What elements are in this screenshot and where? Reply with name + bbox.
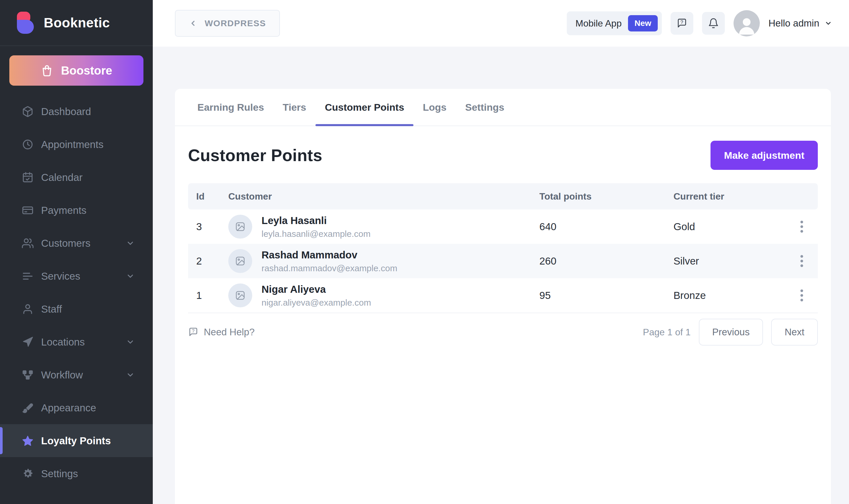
wordpress-back-button[interactable]: WORDPRESS bbox=[175, 10, 280, 37]
customer-avatar bbox=[228, 249, 252, 273]
table-row: 2 Rashad Mammadov rashad.mammadov@exampl… bbox=[188, 244, 818, 278]
row-total-points: 640 bbox=[539, 221, 674, 233]
new-badge: New bbox=[628, 15, 658, 32]
customer-email: leyla.hasanli@example.com bbox=[261, 229, 370, 239]
sidebar-item-label: Services bbox=[41, 270, 80, 282]
boostore-button[interactable]: Boostore bbox=[9, 55, 143, 86]
boostore-label: Boostore bbox=[61, 64, 112, 77]
content-card: Earning Rules Tiers Customer Points Logs… bbox=[175, 89, 831, 504]
sidebar-nav: Dashboard Appointments Calendar bbox=[0, 95, 153, 490]
bell-icon bbox=[708, 18, 719, 29]
sidebar-item-label: Staff bbox=[41, 303, 62, 315]
box-icon bbox=[22, 106, 34, 118]
customer-name: Rashad Mammadov bbox=[261, 249, 397, 261]
image-placeholder-icon bbox=[235, 256, 245, 266]
row-current-tier: Silver bbox=[674, 255, 792, 267]
sidebar-item-label: Calendar bbox=[41, 172, 83, 183]
customer-email: nigar.aliyeva@example.com bbox=[261, 298, 371, 308]
row-actions-kebab-icon[interactable] bbox=[792, 251, 812, 271]
notifications-button[interactable] bbox=[702, 12, 725, 35]
tab-earning-rules[interactable]: Earning Rules bbox=[188, 89, 274, 126]
tab-settings[interactable]: Settings bbox=[456, 89, 514, 126]
col-current-tier: Current tier bbox=[674, 191, 792, 202]
list-icon bbox=[22, 270, 34, 282]
topbar-actions: Mobile App New ? Hello admin bbox=[567, 10, 832, 36]
col-customer: Customer bbox=[228, 191, 539, 202]
tabs-bar: Earning Rules Tiers Customer Points Logs… bbox=[175, 89, 831, 126]
row-id: 3 bbox=[196, 221, 228, 233]
card-icon bbox=[22, 204, 34, 216]
topbar: WORDPRESS Mobile App New ? Hello adm bbox=[153, 0, 849, 47]
user-avatar[interactable] bbox=[733, 10, 760, 36]
brand-logo[interactable]: Booknetic bbox=[0, 0, 153, 46]
customer-email: rashad.mammadov@example.com bbox=[261, 263, 397, 273]
sidebar-item-staff[interactable]: Staff bbox=[0, 292, 153, 325]
next-page-button[interactable]: Next bbox=[771, 319, 818, 345]
row-actions-kebab-icon[interactable] bbox=[792, 285, 812, 306]
need-help-link[interactable]: ? Need Help? bbox=[188, 327, 255, 338]
help-bubble-icon: ? bbox=[188, 327, 198, 337]
customer-avatar bbox=[228, 284, 252, 307]
tab-customer-points[interactable]: Customer Points bbox=[315, 89, 413, 126]
sidebar-item-dashboard[interactable]: Dashboard bbox=[0, 95, 153, 128]
row-actions-kebab-icon[interactable] bbox=[792, 216, 812, 237]
customer-name: Leyla Hasanli bbox=[261, 215, 370, 227]
sidebar-item-label: Appointments bbox=[41, 139, 104, 150]
clock-icon bbox=[22, 139, 34, 150]
row-customer-cell: Rashad Mammadov rashad.mammadov@example.… bbox=[228, 249, 539, 273]
sidebar: Booknetic Boostore Dashboard Appo bbox=[0, 0, 153, 504]
workflow-icon bbox=[22, 369, 34, 381]
row-total-points: 260 bbox=[539, 255, 674, 267]
sidebar-item-label: Dashboard bbox=[41, 106, 91, 118]
chevron-left-icon bbox=[189, 19, 197, 28]
sidebar-item-customers[interactable]: Customers bbox=[0, 227, 153, 259]
col-id: Id bbox=[196, 191, 228, 202]
sidebar-item-payments[interactable]: Payments bbox=[0, 194, 153, 227]
navigation-icon bbox=[22, 336, 34, 348]
sidebar-item-workflow[interactable]: Workflow bbox=[0, 358, 153, 391]
sidebar-item-label: Appearance bbox=[41, 402, 96, 414]
table-header: Id Customer Total points Current tier bbox=[188, 183, 818, 210]
sidebar-item-loyalty-points[interactable]: Loyalty Points bbox=[0, 424, 153, 457]
tab-label: Customer Points bbox=[325, 102, 404, 113]
row-total-points: 95 bbox=[539, 290, 674, 301]
svg-text:?: ? bbox=[192, 328, 194, 334]
chevron-down-icon bbox=[126, 239, 135, 248]
tab-logs[interactable]: Logs bbox=[413, 89, 456, 126]
user-menu[interactable]: Hello admin bbox=[768, 18, 832, 29]
sidebar-item-services[interactable]: Services bbox=[0, 259, 153, 292]
page-info: Page 1 of 1 bbox=[643, 327, 691, 338]
brush-icon bbox=[22, 402, 34, 414]
booknetic-logo-icon bbox=[17, 12, 36, 34]
sidebar-item-locations[interactable]: Locations bbox=[0, 325, 153, 358]
sidebar-item-label: Settings bbox=[41, 468, 78, 480]
page-title: Customer Points bbox=[188, 146, 323, 165]
help-button[interactable]: ? bbox=[671, 12, 693, 35]
sidebar-item-settings[interactable]: Settings bbox=[0, 457, 153, 490]
need-help-label: Need Help? bbox=[204, 327, 255, 338]
row-id: 1 bbox=[196, 290, 228, 301]
sidebar-item-label: Customers bbox=[41, 237, 90, 249]
sidebar-item-calendar[interactable]: Calendar bbox=[0, 161, 153, 194]
help-bubble-icon: ? bbox=[676, 18, 688, 29]
sidebar-item-appointments[interactable]: Appointments bbox=[0, 128, 153, 161]
row-current-tier: Bronze bbox=[674, 290, 792, 301]
tab-label: Earning Rules bbox=[197, 102, 264, 113]
customer-avatar bbox=[228, 215, 252, 239]
mobile-app-button[interactable]: Mobile App New bbox=[567, 11, 662, 35]
customer-points-table: Id Customer Total points Current tier 3 bbox=[188, 183, 818, 313]
image-placeholder-icon bbox=[235, 290, 245, 301]
row-customer-cell: Nigar Aliyeva nigar.aliyeva@example.com bbox=[228, 284, 539, 308]
title-row: Customer Points Make adjustment bbox=[175, 126, 831, 183]
sidebar-item-label: Payments bbox=[41, 204, 87, 216]
brand-name: Booknetic bbox=[44, 15, 110, 31]
tab-label: Tiers bbox=[283, 102, 307, 113]
make-adjustment-button[interactable]: Make adjustment bbox=[711, 141, 818, 170]
previous-page-button[interactable]: Previous bbox=[699, 319, 763, 345]
tab-label: Logs bbox=[423, 102, 446, 113]
users-icon bbox=[22, 237, 34, 249]
tab-label: Settings bbox=[465, 102, 504, 113]
sidebar-item-appearance[interactable]: Appearance bbox=[0, 391, 153, 424]
star-icon bbox=[22, 435, 34, 447]
tab-tiers[interactable]: Tiers bbox=[274, 89, 316, 126]
